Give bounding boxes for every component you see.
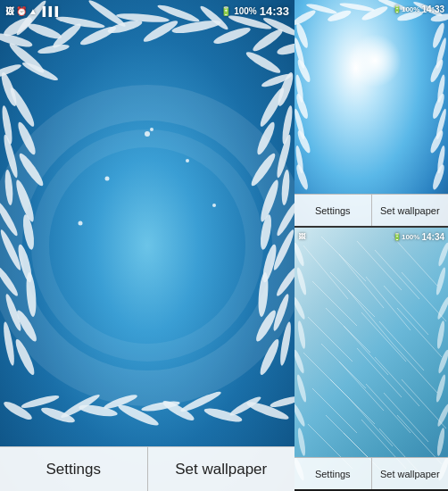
svg-point-7 bbox=[21, 60, 59, 83]
svg-point-78 bbox=[186, 159, 189, 162]
status-bar-right-bottom: 🖼 🔋100% 14:34 bbox=[295, 228, 448, 246]
bottom-right-preview: 🖼 🔋100% 14:34 Settings Set wallpaper bbox=[295, 228, 448, 489]
svg-point-148 bbox=[295, 295, 307, 320]
battery-icon-tr: 🔋100% bbox=[393, 5, 419, 13]
svg-line-126 bbox=[379, 321, 424, 370]
svg-line-114 bbox=[375, 250, 419, 299]
svg-line-120 bbox=[384, 286, 428, 335]
svg-point-159 bbox=[436, 349, 448, 374]
svg-point-62 bbox=[21, 393, 61, 410]
svg-line-116 bbox=[312, 281, 357, 326]
photo-icon-br: 🖼 bbox=[298, 233, 305, 241]
svg-line-110 bbox=[303, 246, 348, 299]
status-time-left: 14:33 bbox=[260, 4, 289, 18]
settings-button-right-bottom[interactable]: Settings bbox=[295, 457, 372, 489]
svg-line-136 bbox=[348, 397, 393, 446]
svg-line-133 bbox=[393, 344, 437, 393]
svg-line-122 bbox=[308, 317, 353, 362]
svg-point-153 bbox=[296, 428, 306, 457]
svg-point-155 bbox=[436, 242, 448, 267]
frost-svg-top-right bbox=[295, 0, 448, 226]
svg-line-113 bbox=[357, 241, 402, 290]
set-wallpaper-button-left[interactable]: Set wallpaper bbox=[148, 446, 295, 491]
svg-point-22 bbox=[276, 41, 295, 56]
status-bar-left: 🖼 ⏰ ▲ ▐▐▐ 🔋 100% 14:33 bbox=[0, 0, 295, 21]
battery-percent-left: 100% bbox=[234, 6, 257, 16]
svg-line-127 bbox=[397, 308, 442, 357]
svg-line-137 bbox=[366, 384, 411, 433]
svg-line-138 bbox=[384, 393, 428, 442]
settings-button-left[interactable]: Settings bbox=[0, 446, 148, 491]
wallpaper-button-right-bottom[interactable]: Set wallpaper bbox=[372, 457, 449, 489]
ice-texture-svg bbox=[295, 228, 448, 489]
svg-line-119 bbox=[366, 277, 411, 330]
bottom-buttons-left: Settings Set wallpaper bbox=[0, 446, 295, 491]
svg-point-3 bbox=[26, 21, 62, 41]
svg-point-151 bbox=[295, 374, 308, 403]
top-right-preview: 🔋100% 14:33 Settings Set wallpaper bbox=[295, 0, 448, 228]
svg-line-125 bbox=[361, 312, 406, 362]
status-bar-right-top: 🔋100% 14:33 bbox=[295, 0, 448, 18]
svg-point-152 bbox=[295, 403, 307, 428]
svg-line-124 bbox=[344, 326, 388, 375]
status-time-right-top: 14:33 bbox=[421, 4, 444, 14]
status-icons-left: 🖼 ⏰ ▲ ▐▐▐ bbox=[5, 6, 58, 16]
svg-line-118 bbox=[348, 290, 393, 344]
bottom-buttons-right-top: Settings Set wallpaper bbox=[295, 194, 448, 226]
right-panel: 🔋100% 14:33 Settings Set wallpaper bbox=[295, 0, 448, 491]
svg-point-74 bbox=[270, 394, 295, 409]
settings-button-right-top[interactable]: Settings bbox=[295, 194, 372, 226]
photo-icon: 🖼 bbox=[5, 6, 14, 16]
svg-point-79 bbox=[79, 221, 83, 226]
battery-icon-br: 🔋100% bbox=[393, 233, 419, 241]
battery-icon: 🔋 bbox=[220, 6, 231, 16]
bottom-buttons-right-bottom: Settings Set wallpaper bbox=[295, 457, 448, 489]
svg-point-156 bbox=[435, 267, 447, 295]
svg-point-162 bbox=[436, 428, 445, 457]
svg-point-146 bbox=[295, 242, 306, 267]
svg-line-112 bbox=[339, 254, 384, 308]
svg-point-77 bbox=[105, 177, 110, 181]
svg-point-160 bbox=[435, 374, 447, 403]
left-preview-panel: 🖼 ⏰ ▲ ▐▐▐ 🔋 100% 14:33 Settings Set wall… bbox=[0, 0, 295, 491]
svg-line-132 bbox=[375, 357, 419, 406]
svg-point-23 bbox=[244, 49, 282, 77]
svg-line-131 bbox=[357, 348, 402, 397]
svg-point-150 bbox=[295, 349, 306, 374]
svg-point-18 bbox=[212, 25, 253, 46]
signal-bars: ▐▐▐ bbox=[39, 6, 58, 16]
status-right-left: 🔋 100% 14:33 bbox=[220, 4, 289, 18]
svg-point-82 bbox=[40, 138, 254, 353]
svg-point-149 bbox=[296, 320, 306, 350]
wifi-icon: ▲ bbox=[29, 6, 37, 16]
svg-line-134 bbox=[312, 388, 357, 433]
svg-point-158 bbox=[436, 320, 445, 350]
frost-svg bbox=[0, 0, 295, 491]
alarm-icon: ⏰ bbox=[16, 6, 27, 16]
svg-point-80 bbox=[212, 204, 216, 207]
wallpaper-button-right-top[interactable]: Set wallpaper bbox=[372, 194, 449, 226]
svg-point-26 bbox=[7, 86, 37, 129]
svg-point-44 bbox=[257, 86, 287, 129]
svg-point-147 bbox=[295, 267, 308, 295]
svg-line-130 bbox=[339, 362, 384, 411]
svg-point-63 bbox=[39, 404, 76, 425]
status-time-right-bottom: 14:34 bbox=[421, 232, 444, 242]
